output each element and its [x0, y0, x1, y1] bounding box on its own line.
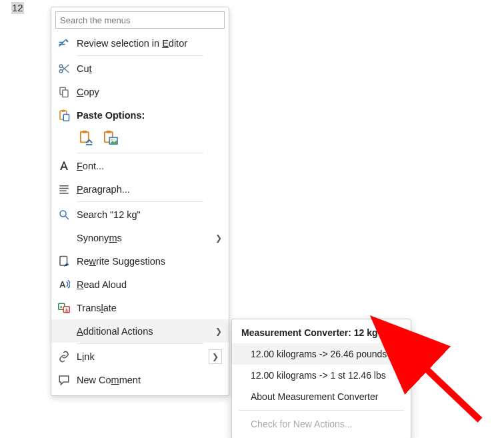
menu-item-label: Paragraph...: [77, 184, 222, 195]
svg-rect-10: [107, 131, 111, 133]
svg-rect-7: [81, 132, 89, 143]
svg-line-20: [413, 357, 480, 420]
menu-item-label: Additional Actions: [77, 326, 215, 337]
separator: [77, 55, 203, 56]
submenu-additional-actions: Measurement Converter: 12 kg 12.00 kilog…: [231, 319, 411, 438]
text: Paragraph...: [77, 184, 130, 195]
menu-item-label: Link: [77, 351, 205, 362]
comment-icon: [57, 374, 71, 386]
text: Copy: [77, 87, 99, 97]
read-aloud-icon: [57, 279, 71, 291]
menu-item-paragraph[interactable]: Paragraph...: [51, 177, 229, 201]
context-menu: Search the menus Review selection in Edi…: [51, 7, 229, 396]
menu-item-label: Review selection in Editor: [77, 38, 222, 49]
svg-text:あ: あ: [65, 307, 69, 312]
pen-editor-icon: [57, 37, 71, 49]
text: Rewrite Suggestions: [77, 256, 165, 267]
menu-item-link[interactable]: Link ❯: [51, 345, 229, 368]
svg-text:a: a: [60, 305, 63, 309]
search-input[interactable]: Search the menus: [55, 11, 225, 29]
separator: [77, 153, 203, 153]
menu-item-label: Read Aloud: [77, 279, 222, 290]
text: Link: [77, 351, 95, 362]
svg-rect-6: [63, 114, 69, 121]
menu-item-label: New Comment: [77, 375, 222, 385]
menu-item-paste-options: Paste Options:: [51, 103, 229, 127]
font-icon: [57, 160, 71, 172]
text: Font...: [77, 161, 104, 171]
submenu-item-check-new-actions: Check for New Actions...: [232, 413, 411, 435]
menu-item-label: Cut: [77, 63, 222, 74]
paste-icon: [57, 109, 71, 121]
chevron-right-icon: ❯: [212, 352, 219, 361]
text: Additional Actions: [77, 326, 153, 337]
menu-item-label: Search "12 kg": [77, 209, 222, 220]
menu-item-cut[interactable]: Cut: [51, 57, 229, 80]
submenu-item-conversion-pounds[interactable]: 12.00 kilograms -> 26.46 pounds: [232, 343, 411, 365]
menu-item-label: Translate: [77, 303, 222, 313]
scissors-icon: [57, 63, 71, 75]
annotation-arrow: [393, 340, 493, 433]
menu-item-label: Font...: [77, 161, 222, 171]
submenu-item-conversion-stones[interactable]: 12.00 kilograms -> 1 st 12.46 lbs: [232, 365, 411, 386]
selected-text: 12: [11, 2, 24, 14]
svg-rect-3: [63, 90, 68, 97]
menu-item-search[interactable]: Search "12 kg": [51, 203, 229, 226]
menu-item-label: Synonyms: [77, 233, 215, 243]
paste-keep-formatting-button[interactable]: [78, 129, 95, 147]
separator: [239, 410, 404, 411]
text: Cut: [77, 63, 92, 74]
menu-item-copy[interactable]: Copy: [51, 80, 229, 103]
svg-point-13: [60, 211, 66, 217]
text: Read Aloud: [77, 279, 127, 290]
separator: [77, 343, 203, 344]
menu-item-rewrite-suggestions[interactable]: Rewrite Suggestions: [51, 249, 229, 273]
separator: [77, 201, 203, 202]
menu-item-label: Rewrite Suggestions: [77, 256, 222, 267]
submenu-item-about[interactable]: About Measurement Converter: [232, 386, 411, 407]
svg-rect-5: [61, 109, 65, 111]
menu-item-synonyms[interactable]: Synonyms ❯: [51, 226, 229, 249]
rewrite-icon: [57, 255, 71, 267]
copy-icon: [57, 86, 71, 98]
menu-item-read-aloud[interactable]: Read Aloud: [51, 273, 229, 296]
menu-item-translate[interactable]: aあ Translate: [51, 296, 229, 319]
svg-point-12: [111, 139, 113, 141]
menu-item-additional-actions[interactable]: Additional Actions ❯: [51, 319, 229, 343]
paste-picture-button[interactable]: [102, 129, 119, 147]
chevron-right-icon: ❯: [215, 327, 222, 336]
search-icon: [57, 209, 71, 221]
text: New Comment: [77, 375, 141, 385]
paragraph-icon: [57, 183, 71, 195]
chevron-right-icon: ❯: [215, 233, 222, 243]
text: Synonyms: [77, 233, 122, 243]
link-icon: [57, 351, 71, 363]
menu-item-label: Paste Options:: [77, 110, 222, 121]
menu-item-label: Copy: [77, 87, 222, 97]
text: Translate: [77, 303, 117, 313]
menu-item-font[interactable]: Font...: [51, 154, 229, 177]
link-options-chevron[interactable]: ❯: [209, 349, 222, 364]
text: Review selection in Editor: [77, 38, 187, 49]
submenu-header: Measurement Converter: 12 kg: [232, 323, 411, 343]
translate-icon: aあ: [57, 302, 71, 314]
menu-item-review-editor[interactable]: Review selection in Editor: [51, 31, 229, 55]
svg-rect-8: [83, 131, 87, 133]
menu-item-new-comment[interactable]: New Comment: [51, 368, 229, 391]
paste-options-row: [51, 127, 229, 152]
